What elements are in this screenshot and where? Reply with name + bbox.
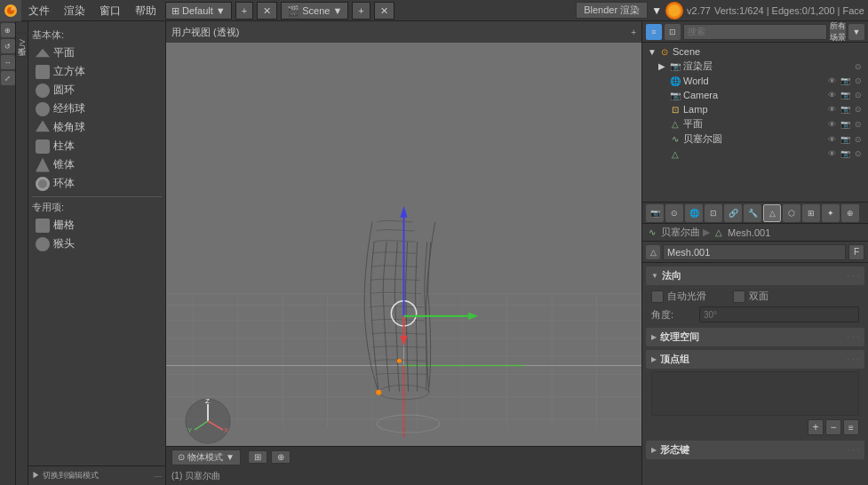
- tab-tools[interactable]: 工具: [14, 21, 29, 33]
- outliner-scene[interactable]: ▼ ⊙ Scene: [644, 44, 866, 59]
- item-monkey[interactable]: 猴头: [32, 235, 162, 253]
- vis-render-icon[interactable]: ⊙: [852, 60, 864, 73]
- menu-window[interactable]: 窗口: [92, 0, 128, 21]
- prop-constraints-btn[interactable]: 🔗: [724, 204, 742, 222]
- item-uvsphere[interactable]: 经纬球: [32, 99, 162, 118]
- toolbar-icon-4[interactable]: ⤢: [1, 71, 15, 85]
- item-cylinder[interactable]: 柱体: [32, 137, 162, 155]
- extra-render-icon[interactable]: ⊙: [852, 147, 864, 160]
- scene-type-button[interactable]: 🎬 Scene ▼: [281, 2, 348, 20]
- prop-physics-btn[interactable]: ⊕: [841, 204, 859, 222]
- toolbar-icon-3[interactable]: ↔: [1, 55, 15, 69]
- extra-vis-icon[interactable]: 👁: [825, 147, 838, 160]
- outliner-search-input[interactable]: [683, 24, 827, 40]
- outliner-bezier[interactable]: ▶ ∿ 贝塞尔圆 👁 📷 ⊙: [644, 131, 866, 147]
- toolbar-icon-2[interactable]: ↺: [1, 39, 15, 53]
- shapekeys-header[interactable]: ▶ 形态键 · · ·: [646, 441, 864, 459]
- prop-particles-btn[interactable]: ✦: [822, 204, 840, 222]
- bezier-vis-icon[interactable]: 👁: [825, 133, 838, 146]
- outliner-view-btn[interactable]: ⊡: [665, 24, 681, 40]
- double-sided-checkbox[interactable]: [733, 290, 745, 303]
- prop-texture-btn[interactable]: ⊞: [802, 204, 820, 222]
- outliner-world[interactable]: ▶ 🌐 World 👁 📷 ⊙: [644, 74, 866, 88]
- properties-header: 📷 ⊙ 🌐 ⊡ 🔗 🔧 △ ⬡ ⊞ ✦ ⊕: [642, 203, 868, 224]
- lamp-render-icon[interactable]: ⊙: [852, 103, 864, 115]
- tab-uv[interactable]: UV: [16, 33, 28, 56]
- editor-type-button[interactable]: ⊞ Default ▼: [165, 2, 232, 20]
- menu-file[interactable]: 文件: [21, 0, 57, 21]
- plus-scene-btn[interactable]: +: [352, 2, 370, 20]
- item-cube[interactable]: 立方体: [32, 62, 162, 81]
- outliner-lamp[interactable]: ▶ ⊡ Lamp 👁 📷 ⊙: [644, 102, 866, 116]
- prop-data-btn[interactable]: △: [763, 204, 781, 222]
- world-render-icon[interactable]: ⊙: [852, 75, 864, 87]
- renderlayer-toggle: ▶: [658, 61, 667, 71]
- svg-point-37: [397, 359, 402, 363]
- menu-help[interactable]: 帮助: [128, 0, 163, 21]
- world-cam-icon[interactable]: 📷: [839, 75, 851, 87]
- world-vis-icon[interactable]: 👁: [825, 75, 838, 87]
- camera-vis-icon[interactable]: 👁: [825, 89, 838, 101]
- scene-select-btn[interactable]: 所有场景: [830, 24, 846, 40]
- outliner-camera[interactable]: ▶ 📷 Camera 👁 📷 ⊙: [644, 88, 866, 102]
- render-engine-btn[interactable]: Blender 渲染: [576, 2, 648, 19]
- item-torus[interactable]: 环体: [32, 174, 162, 193]
- camera-render-icon[interactable]: ⊙: [852, 89, 864, 101]
- vgroup-action-btn[interactable]: ≡: [843, 419, 859, 435]
- mesh-name-input[interactable]: [663, 244, 846, 260]
- shapekeys-title: 形态键: [660, 443, 689, 457]
- plane-cam-icon[interactable]: 📷: [839, 118, 851, 131]
- scene-label: Scene: [302, 2, 330, 20]
- lamp-vis-icon[interactable]: 👁: [825, 103, 838, 115]
- camera-name: Camera: [683, 90, 824, 100]
- svg-text:X: X: [224, 426, 229, 434]
- prop-world-btn[interactable]: 🌐: [685, 204, 703, 222]
- uvspace-header[interactable]: ▶ 纹理空间 · · ·: [646, 328, 864, 346]
- bc-bezier-label[interactable]: 贝塞尔曲: [661, 226, 700, 239]
- auto-smooth-checkbox[interactable]: [651, 290, 664, 303]
- item-grid[interactable]: 栅格: [32, 216, 162, 235]
- prop-render-btn[interactable]: 📷: [646, 204, 664, 222]
- outliner-renderlayer[interactable]: ▶ 📷 渲染层 ⊙: [644, 59, 866, 74]
- outliner-extra[interactable]: ▶ △ 👁 📷 ⊙: [644, 147, 866, 161]
- outliner-type-btn[interactable]: ≡: [646, 24, 662, 40]
- vgroup-remove-btn[interactable]: −: [825, 419, 841, 435]
- normals-title: 法向: [662, 269, 681, 282]
- outliner-filter-btn[interactable]: ▼: [848, 24, 864, 40]
- viewport-shading-btn[interactable]: ⊞: [248, 450, 267, 464]
- item-plane[interactable]: 平面: [32, 44, 162, 62]
- plane-vis-icon[interactable]: 👁: [825, 118, 838, 131]
- lamp-cam-icon[interactable]: 📷: [839, 103, 851, 115]
- pivot-btn[interactable]: ⊕: [271, 450, 291, 464]
- prop-modifiers-btn[interactable]: 🔧: [744, 204, 761, 222]
- prop-object-btn[interactable]: ⊡: [705, 204, 722, 222]
- prop-scene-btn[interactable]: ⊙: [665, 204, 683, 222]
- close-workspace-btn[interactable]: ✕: [257, 2, 277, 20]
- vgroups-header[interactable]: ▶ 顶点组 · · ·: [646, 350, 864, 369]
- viewport-close-btn[interactable]: +: [631, 28, 636, 37]
- extra-cam-icon[interactable]: 📷: [839, 147, 851, 160]
- outliner-plane[interactable]: ▶ △ 平面 👁 📷 ⊙: [644, 116, 866, 131]
- item-circle[interactable]: 圆环: [32, 81, 162, 99]
- menu-render[interactable]: 渲染: [57, 0, 92, 21]
- toolbar-icon-1[interactable]: ⊕: [1, 23, 15, 37]
- bc-mesh-label[interactable]: Mesh.001: [728, 227, 770, 238]
- blender-logo-icon[interactable]: [0, 0, 21, 21]
- item-icosphere[interactable]: 棱角球: [32, 118, 162, 137]
- close-scene-btn[interactable]: ✕: [374, 2, 394, 20]
- mode-toggle[interactable]: ▶ 切换到编辑模式: [32, 470, 99, 481]
- fake-user-btn[interactable]: F: [848, 244, 864, 260]
- double-sided-label: 双面: [749, 290, 793, 303]
- bezier-render-icon[interactable]: ⊙: [852, 133, 864, 146]
- mode-object-btn[interactable]: ⊙ 物体模式 ▼: [171, 449, 241, 465]
- tab-misc[interactable]: 杂项: [14, 56, 29, 68]
- plane-render-icon[interactable]: ⊙: [852, 118, 864, 131]
- normals-header[interactable]: ▼ 法向 · · ·: [646, 266, 864, 285]
- vgroup-add-btn[interactable]: +: [808, 419, 824, 435]
- plus-workspace-btn[interactable]: +: [235, 2, 253, 20]
- viewport[interactable]: 用户视图 (透视) +: [166, 21, 641, 485]
- prop-material-btn[interactable]: ⬡: [783, 204, 800, 222]
- camera-cam-icon[interactable]: 📷: [839, 89, 851, 101]
- item-cone[interactable]: 锥体: [32, 155, 162, 174]
- bezier-cam-icon[interactable]: 📷: [839, 133, 851, 146]
